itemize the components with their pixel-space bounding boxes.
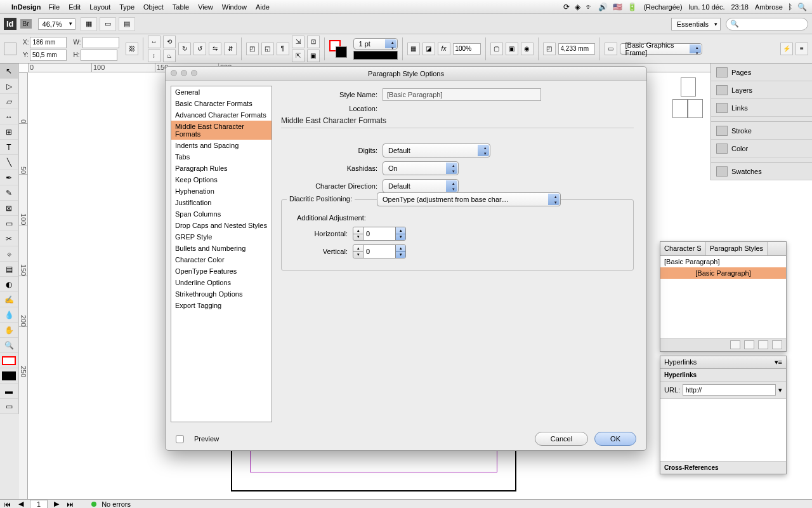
page-thumbnail[interactable] bbox=[681, 77, 696, 97]
dropbox-icon[interactable]: ◈ bbox=[575, 3, 580, 11]
flip-v-icon[interactable]: ⇵ bbox=[224, 43, 237, 55]
zoom-icon[interactable] bbox=[191, 70, 197, 76]
stepper-down-icon[interactable]: ▾ bbox=[396, 234, 405, 241]
minimize-icon[interactable] bbox=[181, 70, 187, 76]
view-options-button[interactable]: ▦ bbox=[81, 17, 97, 31]
selection-tool[interactable]: ↖ bbox=[0, 64, 18, 79]
flag-icon[interactable]: 🇺🇸 bbox=[613, 3, 622, 11]
fill-stroke-proxy[interactable] bbox=[329, 40, 347, 58]
category-item[interactable]: OpenType Features bbox=[171, 265, 272, 277]
view-mode-toggle[interactable]: ▭ bbox=[0, 399, 18, 414]
screen-mode-button[interactable]: ▭ bbox=[100, 17, 116, 31]
fill-frame-icon[interactable]: ▣ bbox=[307, 50, 320, 62]
panel-pages[interactable]: Pages bbox=[711, 64, 812, 81]
constrain-icon[interactable]: ⛓ bbox=[126, 43, 138, 55]
stroke-style-select[interactable] bbox=[353, 51, 398, 60]
scale-y-button[interactable]: ↕ bbox=[148, 50, 160, 62]
drop-shadow-icon[interactable]: ◪ bbox=[422, 43, 435, 55]
dialog-titlebar[interactable]: Paragraph Style Options bbox=[166, 67, 646, 81]
reference-point[interactable] bbox=[4, 43, 16, 55]
free-transform-tool[interactable]: ⟐ bbox=[0, 246, 18, 262]
stepper-down-icon[interactable]: ▾ bbox=[353, 234, 363, 241]
category-item[interactable]: Underline Options bbox=[171, 277, 272, 288]
menu-view[interactable]: View bbox=[198, 3, 213, 11]
menu-layout[interactable]: Layout bbox=[89, 3, 110, 11]
spotlight-icon[interactable]: 🔍 bbox=[797, 3, 807, 11]
prev-page-icon[interactable]: ◀ bbox=[17, 500, 25, 508]
select-container-icon[interactable]: ◰ bbox=[246, 43, 259, 55]
center-content-icon[interactable]: ⊡ bbox=[307, 36, 320, 48]
digits-select[interactable]: Default bbox=[383, 144, 490, 157]
app-menu[interactable]: InDesign bbox=[11, 3, 41, 11]
page-tool[interactable]: ▱ bbox=[0, 94, 18, 109]
pen-tool[interactable]: ✒ bbox=[0, 170, 18, 185]
hand-tool[interactable]: ✋ bbox=[0, 323, 18, 338]
rotate-90-cw-icon[interactable]: ↻ bbox=[178, 43, 191, 55]
next-page-icon[interactable]: ▶ bbox=[53, 500, 60, 508]
ok-button[interactable]: OK bbox=[594, 432, 636, 446]
pencil-tool[interactable]: ✎ bbox=[0, 185, 18, 201]
corner-size-field[interactable] bbox=[558, 43, 595, 55]
category-item[interactable]: Advanced Character Formats bbox=[171, 109, 272, 121]
battery-icon[interactable]: 🔋 bbox=[627, 3, 637, 11]
workspace-select[interactable]: Essentials bbox=[671, 18, 721, 30]
paragraph-icon[interactable]: ¶ bbox=[277, 43, 289, 55]
kashidas-select[interactable]: On bbox=[383, 161, 459, 175]
category-item[interactable]: Strikethrough Options bbox=[171, 288, 272, 300]
h-field[interactable] bbox=[81, 50, 117, 61]
category-item[interactable]: Export Tagging bbox=[171, 300, 272, 311]
menu-window[interactable]: Window bbox=[222, 3, 247, 11]
fit-frame-icon[interactable]: ⇱ bbox=[292, 50, 304, 62]
diacritic-positioning-select[interactable]: OpenType (adjustment from base char… bbox=[377, 192, 561, 206]
zoom-tool[interactable]: 🔍 bbox=[0, 338, 18, 353]
hyperlinks-title[interactable]: Hyperlinks bbox=[664, 358, 697, 366]
sync-icon[interactable]: ⟳ bbox=[563, 3, 570, 11]
gap-tool[interactable]: ↔ bbox=[0, 109, 18, 124]
character-direction-select[interactable]: Default bbox=[383, 179, 459, 193]
control-menu-icon[interactable]: ≡ bbox=[796, 43, 808, 55]
effects-icon[interactable]: ▦ bbox=[407, 43, 420, 55]
category-item[interactable]: Hyphenation bbox=[171, 185, 272, 197]
stepper-up-icon[interactable]: ▴ bbox=[353, 227, 363, 234]
category-item[interactable]: Span Columns bbox=[171, 208, 272, 220]
note-tool[interactable]: ✍ bbox=[0, 292, 18, 307]
category-item[interactable]: Tabs bbox=[171, 151, 272, 163]
stepper-down-icon[interactable]: ▾ bbox=[353, 252, 363, 258]
w-field[interactable] bbox=[82, 37, 119, 48]
menubar-time[interactable]: 23:18 bbox=[731, 3, 749, 11]
menubar-user[interactable]: Ambrose bbox=[755, 3, 783, 11]
style-name-field[interactable]: [Basic Paragraph] bbox=[383, 88, 541, 101]
shear-button[interactable]: ⏢ bbox=[163, 50, 176, 62]
stepper-up-icon[interactable]: ▴ bbox=[396, 227, 405, 234]
scale-x-button[interactable]: ↔ bbox=[148, 36, 160, 48]
default-fill-stroke[interactable] bbox=[0, 368, 18, 384]
y-field[interactable] bbox=[30, 50, 67, 61]
wifi-icon[interactable]: ᯤ bbox=[586, 3, 593, 11]
panel-stroke[interactable]: Stroke bbox=[711, 122, 812, 140]
line-tool[interactable]: ╲ bbox=[0, 155, 18, 170]
stepper-up-icon[interactable]: ▴ bbox=[396, 245, 405, 252]
page-thumbnail[interactable] bbox=[672, 99, 688, 118]
style-row[interactable]: [Basic Paragraph] bbox=[660, 256, 786, 267]
menu-table[interactable]: Table bbox=[173, 3, 189, 11]
menu-edit[interactable]: Edit bbox=[69, 3, 81, 11]
last-page-icon[interactable]: ⏭ bbox=[65, 500, 75, 508]
category-item[interactable]: Paragraph Rules bbox=[171, 163, 272, 174]
fx-icon[interactable]: fx bbox=[438, 43, 450, 55]
type-tool[interactable]: T bbox=[0, 140, 18, 155]
text-wrap-none-icon[interactable]: ▢ bbox=[490, 43, 503, 55]
new-style-icon[interactable] bbox=[758, 340, 768, 349]
gradient-swatch-tool[interactable]: ▤ bbox=[0, 262, 18, 277]
clear-overrides-icon[interactable] bbox=[730, 340, 740, 349]
rotate-90-ccw-icon[interactable]: ↺ bbox=[193, 43, 206, 55]
menu-aide[interactable]: Aide bbox=[256, 3, 270, 11]
scissors-tool[interactable]: ✂ bbox=[0, 231, 18, 246]
volume-icon[interactable]: 🔊 bbox=[598, 3, 608, 11]
category-item[interactable]: General bbox=[171, 86, 272, 98]
fit-content-icon[interactable]: ⇲ bbox=[292, 36, 304, 48]
menubar-date[interactable]: lun. 10 déc. bbox=[689, 3, 725, 11]
vertical-ruler[interactable]: 050100150200250 bbox=[19, 72, 28, 499]
direct-selection-tool[interactable]: ▷ bbox=[0, 79, 18, 94]
cancel-button[interactable]: Cancel bbox=[535, 432, 588, 446]
x-field[interactable] bbox=[30, 37, 67, 48]
